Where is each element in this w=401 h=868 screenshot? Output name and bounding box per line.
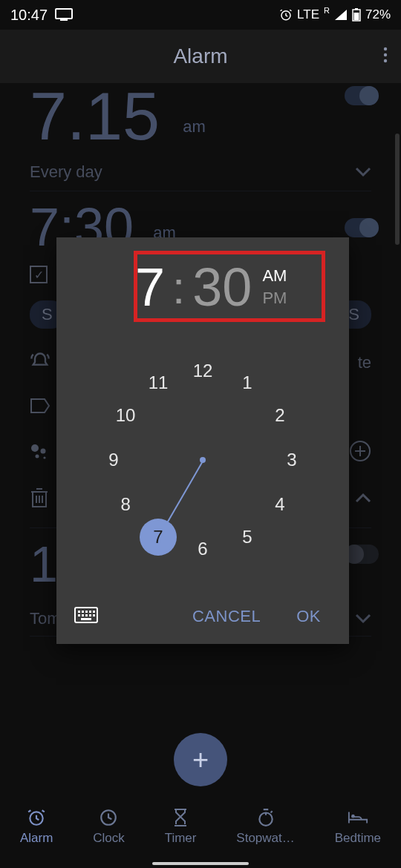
nav-label: Clock <box>93 831 125 846</box>
delete-icon[interactable] <box>30 487 49 511</box>
alarm-status-icon <box>279 8 293 22</box>
battery-icon <box>352 8 361 22</box>
alarm-time[interactable]: 7.15 am <box>30 79 206 154</box>
network-label: LTE <box>297 7 319 22</box>
nav-bedtime[interactable]: Bedtime <box>335 807 381 846</box>
time-display: 7 : 30 AM PM <box>135 251 324 323</box>
svg-point-9 <box>31 444 39 452</box>
svg-rect-1 <box>60 19 68 21</box>
clock-hour-5[interactable]: 5 <box>234 524 261 550</box>
clock-hour-2[interactable]: 2 <box>267 402 293 429</box>
nav-label: Stopwat… <box>236 831 294 846</box>
bottom-nav: Alarm Clock Timer Stopwat… Bedtime <box>0 797 401 856</box>
svg-rect-29 <box>93 614 95 617</box>
alarm-toggle[interactable] <box>345 86 379 105</box>
svg-point-10 <box>41 449 46 454</box>
clock-hour-6[interactable]: 6 <box>189 536 216 562</box>
assistant-icon[interactable] <box>30 441 49 464</box>
chevron-down-icon <box>355 609 371 628</box>
am-toggle[interactable]: AM <box>262 266 287 286</box>
clock-face[interactable]: 121234567891011 <box>99 356 307 564</box>
clock-hour-9[interactable]: 9 <box>100 447 127 473</box>
clock-hour-4[interactable]: 4 <box>267 491 293 518</box>
svg-point-18 <box>351 815 355 818</box>
svg-rect-24 <box>93 611 95 613</box>
nav-label: Alarm <box>20 831 53 846</box>
pm-toggle[interactable]: PM <box>262 289 287 308</box>
picker-hour[interactable]: 7 <box>135 260 165 314</box>
svg-rect-4 <box>353 13 359 20</box>
time-colon: : <box>172 261 185 314</box>
more-icon[interactable] <box>383 46 388 67</box>
chevron-up-icon[interactable] <box>355 493 371 506</box>
alarm-icon <box>26 807 47 828</box>
cast-icon <box>55 8 73 22</box>
nav-stopwatch[interactable]: Stopwat… <box>236 807 294 846</box>
alarm-toggle[interactable] <box>345 545 379 564</box>
cancel-button[interactable]: CANCEL <box>182 601 271 632</box>
clock-hour-1[interactable]: 1 <box>234 369 261 396</box>
add-icon[interactable] <box>349 440 371 465</box>
nav-label: Timer <box>165 831 197 846</box>
label-icon[interactable] <box>30 397 50 418</box>
time-picker-dialog: 7 : 30 AM PM 121234567891011 CANCEL OK <box>56 237 349 644</box>
svg-rect-27 <box>85 614 88 617</box>
nav-label: Bedtime <box>335 831 381 846</box>
svg-rect-22 <box>85 611 88 613</box>
ringtone-icon[interactable] <box>30 351 50 375</box>
battery-percent: 72% <box>365 7 391 22</box>
app-bar: Alarm <box>0 30 401 83</box>
alarm-time[interactable]: 1 <box>30 536 58 592</box>
svg-point-6 <box>384 47 387 50</box>
chevron-down-icon <box>355 162 371 182</box>
clock-hour-3[interactable]: 3 <box>278 447 305 473</box>
svg-rect-25 <box>78 614 80 617</box>
svg-rect-5 <box>355 8 358 10</box>
picker-minute[interactable]: 30 <box>192 260 252 314</box>
ok-button[interactable]: OK <box>286 601 331 632</box>
svg-rect-30 <box>81 618 91 620</box>
signal-icon <box>334 9 348 21</box>
status-time: 10:47 <box>10 7 48 24</box>
clock-icon <box>98 807 119 828</box>
add-alarm-fab[interactable]: + <box>174 733 227 786</box>
keyboard-icon[interactable] <box>74 607 98 626</box>
clock-hour-8[interactable]: 8 <box>112 491 139 518</box>
home-indicator[interactable] <box>152 862 249 865</box>
svg-point-7 <box>384 53 387 56</box>
clock-hour-10[interactable]: 10 <box>112 402 139 429</box>
svg-rect-21 <box>82 611 84 613</box>
roaming-label: R <box>324 6 330 15</box>
nav-timer[interactable]: Timer <box>165 807 197 846</box>
svg-rect-26 <box>82 614 84 617</box>
alarm-toggle[interactable] <box>345 218 379 237</box>
svg-point-12 <box>43 456 45 458</box>
clock-hour-11[interactable]: 11 <box>145 369 172 396</box>
svg-rect-28 <box>89 614 91 617</box>
repeat-checkbox[interactable]: ✓ <box>30 266 48 283</box>
svg-point-11 <box>36 455 39 458</box>
svg-point-8 <box>384 59 387 62</box>
repeat-summary-row[interactable]: Every day <box>0 157 401 191</box>
status-bar: 10:47 LTE R 72% <box>0 0 401 30</box>
nav-alarm[interactable]: Alarm <box>20 807 53 846</box>
nav-clock[interactable]: Clock <box>93 807 125 846</box>
hourglass-icon <box>170 807 191 828</box>
svg-rect-20 <box>78 611 80 613</box>
svg-rect-0 <box>56 9 72 19</box>
clock-hour-12[interactable]: 12 <box>189 358 216 384</box>
clock-hour-7[interactable]: 7 <box>140 519 177 556</box>
repeat-label: Every day <box>30 162 102 182</box>
bed-icon <box>348 807 368 828</box>
svg-rect-23 <box>89 611 91 613</box>
app-title: Alarm <box>173 45 227 68</box>
stopwatch-icon <box>255 807 276 828</box>
